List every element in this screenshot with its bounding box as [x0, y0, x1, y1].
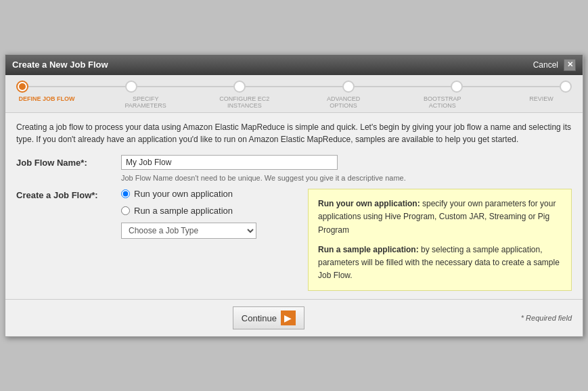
dialog-body: Creating a job flow to process your data… — [5, 113, 583, 299]
step-label-6: Review — [511, 95, 572, 110]
job-flow-name-label: Job Flow Name*: — [16, 158, 121, 168]
close-button[interactable]: ✕ — [564, 59, 576, 71]
step-line-3 — [246, 86, 342, 87]
dialog-title: Create a New Job Flow — [12, 60, 108, 70]
radio-own-label[interactable]: Run your own application — [134, 189, 233, 199]
info-own-bold: Run your own application: — [318, 199, 420, 208]
radio-sample-row: Run a sample application — [121, 206, 297, 216]
step-label-3: Configure EC2 Instances — [214, 95, 275, 110]
dialog-footer: Continue ▶ * Required field — [5, 299, 583, 336]
radio-options: Run your own application Run a sample ap… — [121, 189, 297, 239]
step-line-1 — [28, 86, 125, 87]
steps-track — [16, 80, 572, 93]
radio-sample-label[interactable]: Run a sample application — [134, 206, 233, 216]
footer-center: Continue ▶ — [16, 306, 521, 329]
step-circle-5 — [451, 80, 463, 93]
radio-own-row: Run your own application — [121, 189, 297, 199]
step-label-5: Bootstrap Actions — [412, 95, 473, 110]
dropdown-row: Choose a Job Type Hive Program Custom JA… — [121, 223, 297, 239]
steps-labels: Define Job Flow Specify Parameters Confi… — [16, 95, 572, 113]
info-sample-bold: Run a sample application: — [318, 245, 419, 254]
continue-button[interactable]: Continue ▶ — [233, 306, 304, 329]
step-line-5 — [463, 86, 560, 87]
step-label-4: Advanced Options — [313, 95, 374, 110]
step-circle-3 — [233, 80, 246, 93]
create-job-flow-section: Create a Job Flow*: Run your own applica… — [16, 189, 572, 291]
step-label-2: Specify Parameters — [115, 95, 176, 110]
dialog-titlebar: Create a New Job Flow Cancel ✕ — [5, 55, 583, 75]
job-flow-name-hint: Job Flow Name doesn't need to be unique.… — [121, 174, 572, 182]
info-own-text: Run your own application: specify your o… — [318, 198, 562, 237]
step-circle-2 — [125, 80, 137, 93]
create-label: Create a Job Flow*: — [16, 189, 121, 200]
info-box: Run your own application: specify your o… — [308, 189, 572, 291]
step-label-1: Define Job Flow — [16, 95, 77, 110]
titlebar-right: Cancel ✕ — [533, 59, 576, 71]
continue-arrow-icon: ▶ — [281, 310, 296, 325]
job-flow-name-input[interactable] — [121, 155, 338, 170]
step-circle-1 — [16, 80, 28, 93]
wizard-steps: Define Job Flow Specify Parameters Confi… — [5, 75, 583, 114]
step-line-2 — [137, 86, 234, 87]
info-sample-text: Run a sample application: by selecting a… — [318, 244, 562, 283]
continue-label: Continue — [242, 313, 277, 323]
create-job-flow-dialog: Create a New Job Flow Cancel ✕ Define Jo… — [5, 54, 583, 338]
step-circle-4 — [342, 80, 355, 93]
radio-sample-input[interactable] — [121, 206, 130, 215]
step-line-4 — [355, 86, 451, 87]
radio-own-input[interactable] — [121, 189, 130, 198]
step-circle-6 — [560, 80, 572, 93]
description-text: Creating a job flow to process your data… — [16, 121, 572, 145]
job-type-dropdown[interactable]: Choose a Job Type Hive Program Custom JA… — [121, 223, 256, 239]
cancel-link[interactable]: Cancel — [533, 60, 558, 70]
required-note: * Required field — [521, 314, 572, 322]
job-flow-name-row: Job Flow Name*: — [16, 155, 572, 170]
